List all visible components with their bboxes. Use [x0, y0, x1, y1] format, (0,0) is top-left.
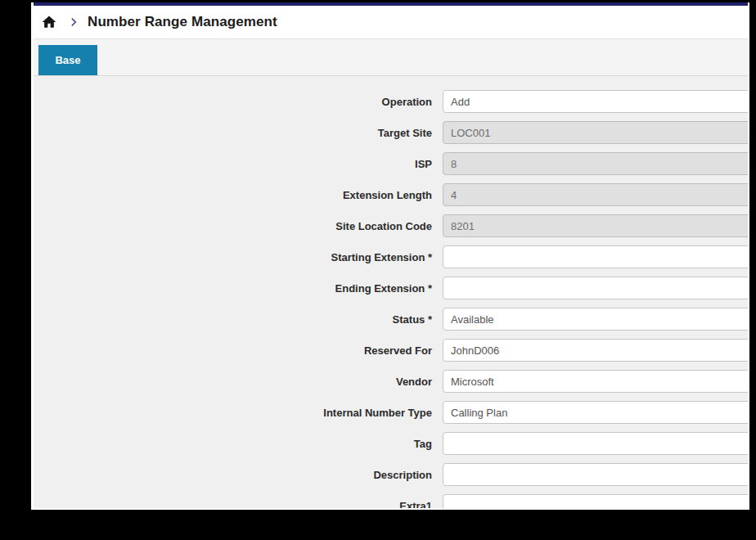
form-row-isp: ISP: [34, 152, 748, 175]
tag-input[interactable]: [443, 432, 749, 455]
form-row-site-location-code: Site Location Code: [34, 214, 748, 237]
tab-base[interactable]: Base: [38, 45, 97, 75]
field-label-operation: Operation: [34, 96, 443, 108]
field-label-reserved-for: Reserved For: [34, 344, 443, 357]
breadcrumb: Number Range Management: [34, 6, 748, 39]
form-row-status: Status *: [34, 308, 748, 331]
chevron-right-icon: [68, 16, 79, 28]
vendor-input[interactable]: [443, 370, 749, 393]
field-label-starting-extension: Starting Extension *: [34, 251, 443, 263]
operation-input[interactable]: [443, 90, 749, 113]
starting-extension-input[interactable]: [443, 245, 749, 268]
field-label-extension-length: Extension Length: [34, 189, 443, 201]
form-row-extra1: Extra1: [34, 494, 748, 510]
number-range-form: Operation Target Site ISP Extension Leng…: [34, 76, 748, 510]
extension-length-input: [443, 183, 749, 206]
form-row-vendor: Vendor: [34, 370, 748, 393]
form-row-target-site: Target Site: [34, 121, 748, 144]
app-window: Number Range Management Base Operation T…: [31, 2, 749, 510]
field-label-site-location-code: Site Location Code: [34, 220, 443, 232]
extra1-input[interactable]: [443, 494, 749, 510]
form-row-extension-length: Extension Length: [34, 183, 748, 206]
field-label-tag: Tag: [34, 438, 443, 450]
field-label-ending-extension: Ending Extension *: [34, 282, 443, 295]
status-input[interactable]: [443, 308, 749, 331]
page-title: Number Range Management: [88, 14, 277, 30]
isp-input: [443, 152, 749, 175]
description-input[interactable]: [443, 463, 749, 486]
form-row-internal-number-type: Internal Number Type: [34, 401, 748, 424]
form-row-ending-extension: Ending Extension *: [34, 277, 748, 299]
field-label-description: Description: [34, 469, 443, 481]
field-label-extra1: Extra1: [34, 500, 443, 511]
form-row-starting-extension: Starting Extension *: [34, 245, 748, 268]
form-row-reserved-for: Reserved For: [34, 339, 748, 362]
form-row-description: Description: [34, 463, 748, 486]
form-row-tag: Tag: [34, 432, 748, 455]
field-label-target-site: Target Site: [34, 127, 443, 139]
target-site-input: [443, 121, 749, 144]
site-location-code-input: [443, 214, 749, 237]
home-icon[interactable]: [40, 13, 58, 31]
field-label-internal-number-type: Internal Number Type: [34, 407, 443, 419]
tab-bar: Base: [34, 39, 748, 76]
reserved-for-input[interactable]: [443, 339, 749, 362]
field-label-status: Status *: [34, 313, 443, 326]
form-row-operation: Operation: [34, 90, 748, 113]
ending-extension-input[interactable]: [443, 277, 749, 299]
field-label-isp: ISP: [34, 158, 443, 170]
internal-number-type-input[interactable]: [443, 401, 749, 424]
field-label-vendor: Vendor: [34, 376, 443, 388]
